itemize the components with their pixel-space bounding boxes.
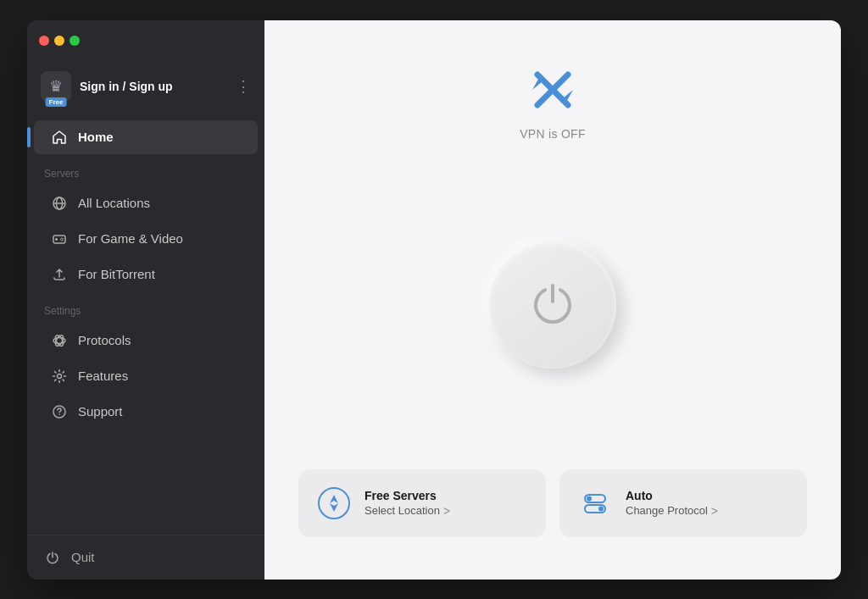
globe-icon (51, 195, 68, 212)
main-content: VPN is OFF (264, 20, 841, 580)
torrent-icon (51, 266, 68, 283)
user-section[interactable]: ♛ Free Sign in / Sign up ⋮ (27, 61, 264, 112)
auto-protocol-subtitle: Change Protocol > (626, 504, 790, 518)
free-servers-subtitle: Select Location > (364, 504, 529, 518)
free-servers-title: Free Servers (364, 489, 529, 502)
svg-point-21 (598, 506, 604, 511)
avatar: ♛ Free (41, 71, 71, 102)
vpn-status: VPN is OFF (520, 127, 586, 141)
protocols-icon (51, 332, 68, 349)
servers-section-label: Servers (27, 156, 264, 185)
titlebar (27, 20, 264, 61)
sidebar-item-all-locations-label: All Locations (78, 196, 150, 210)
brand-logo (526, 63, 580, 117)
sidebar-item-bittorrent-label: For BitTorrent (78, 267, 155, 281)
sidebar-item-home[interactable]: Home (34, 120, 258, 154)
crown-icon: ♛ (49, 77, 63, 96)
nav-section: Home Servers All Locations (27, 112, 264, 535)
sidebar-item-features-label: Features (78, 369, 128, 383)
sidebar-item-all-locations[interactable]: All Locations (34, 186, 258, 220)
sidebar-footer: Quit (27, 535, 264, 580)
close-button[interactable] (39, 36, 49, 46)
auto-protocol-card[interactable]: Auto Change Protocol > (559, 469, 807, 537)
vpn-logo-section: VPN is OFF (520, 63, 586, 141)
free-servers-text: Free Servers Select Location > (364, 489, 529, 518)
auto-protocol-arrow: > (711, 504, 718, 518)
support-icon (51, 403, 68, 420)
sidebar-item-support-label: Support (78, 404, 123, 419)
sidebar-item-bittorrent[interactable]: For BitTorrent (34, 258, 258, 291)
sidebar-item-features[interactable]: Features (34, 359, 258, 393)
svg-point-4 (61, 238, 64, 241)
traffic-lights (39, 36, 80, 46)
game-icon (51, 230, 68, 247)
auto-protocol-title: Auto (626, 489, 790, 502)
sidebar-item-home-label: Home (78, 130, 114, 144)
quit-button[interactable]: Quit (44, 549, 248, 566)
free-servers-arrow: > (443, 504, 450, 518)
power-button-wrapper (489, 241, 616, 369)
svg-point-19 (587, 496, 592, 501)
more-button[interactable]: ⋮ (236, 77, 251, 96)
sidebar-item-support[interactable]: Support (34, 395, 258, 429)
auto-protocol-text: Auto Change Protocol > (626, 489, 790, 518)
minimize-button[interactable] (54, 36, 64, 46)
svg-point-17 (319, 488, 349, 519)
svg-point-10 (58, 374, 62, 378)
sidebar-item-game-video-label: For Game & Video (78, 231, 183, 246)
svg-point-12 (58, 413, 60, 415)
power-symbol-icon (530, 279, 576, 331)
free-badge: Free (46, 97, 67, 107)
quit-label: Quit (71, 550, 95, 564)
sidebar-item-protocols[interactable]: Protocols (34, 324, 258, 358)
home-icon (51, 129, 68, 146)
sidebar-item-protocols-label: Protocols (78, 333, 131, 347)
bottom-cards: Free Servers Select Location > (298, 469, 807, 537)
auto-protocol-icon-wrap (576, 485, 614, 522)
free-servers-icon-wrap (315, 485, 353, 522)
maximize-button[interactable] (70, 36, 80, 46)
app-window: ♛ Free Sign in / Sign up ⋮ Home Servers (27, 20, 841, 580)
user-name: Sign in / Sign up (80, 80, 227, 93)
sidebar-item-game-video[interactable]: For Game & Video (34, 222, 258, 256)
free-servers-card[interactable]: Free Servers Select Location > (298, 469, 546, 537)
settings-section-label: Settings (27, 293, 264, 322)
power-button[interactable] (489, 241, 616, 369)
sidebar: ♛ Free Sign in / Sign up ⋮ Home Servers (27, 20, 264, 580)
gear-icon (51, 368, 68, 385)
power-off-icon (44, 549, 61, 566)
